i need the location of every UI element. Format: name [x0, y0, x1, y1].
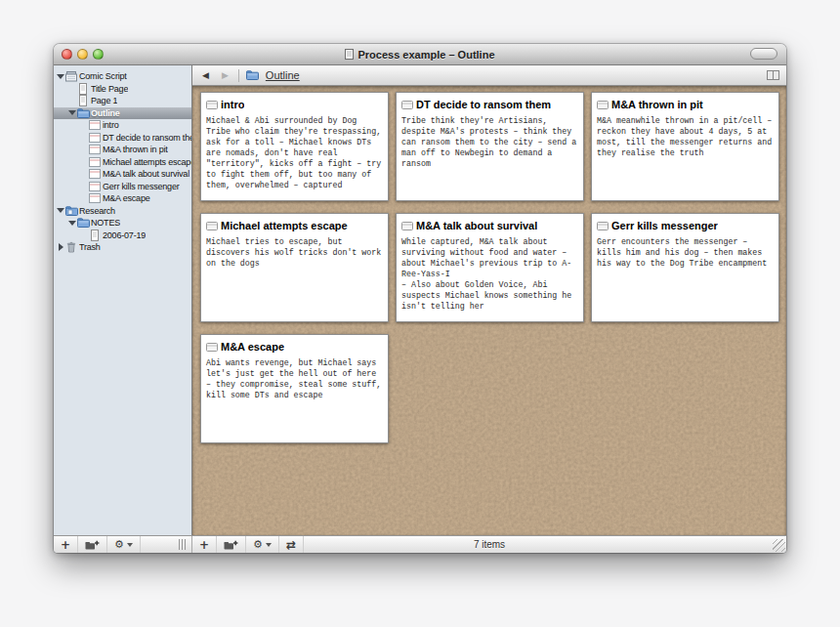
gear-icon: ⚙ [114, 539, 124, 550]
card-status-icon [206, 217, 218, 234]
card-title: Gerr kills messenger [611, 220, 718, 231]
card-synopsis: Abi wants revenge, but Michael says let'… [206, 357, 383, 400]
binder-item-trash[interactable]: Trash [54, 241, 191, 254]
forward-button[interactable]: ▶ [219, 70, 231, 81]
card-status-icon [597, 96, 609, 113]
trash-icon [65, 241, 79, 253]
window-resize-grip[interactable] [773, 539, 785, 552]
editor-header-bar: ◀ ▶ Outline [192, 65, 786, 86]
folder-plus-icon [85, 540, 100, 550]
disclosure-triangle-icon[interactable] [68, 221, 76, 226]
card-title: M&A talk about survival [416, 220, 537, 231]
binder-item-ma-thrown-in-pit[interactable]: M&A thrown in pit [54, 144, 191, 156]
binder-item-gerr-kills-messenger[interactable]: Gerr kills messenger [54, 181, 191, 193]
document-proxy-icon [345, 49, 354, 60]
index-card-ma-escape[interactable]: M&A escape Abi wants revenge, but Michae… [200, 334, 389, 443]
binder-item-label: M&A talk about survival [103, 169, 189, 179]
sidebar-resize-handle[interactable] [179, 539, 188, 550]
disclosure-triangle-icon[interactable] [59, 243, 63, 251]
add-folder-button-editor[interactable] [217, 536, 246, 553]
add-item-button[interactable]: + [54, 536, 78, 553]
title-bar[interactable]: Process example – Outline [54, 44, 786, 65]
binder-item-title-page[interactable]: Title Page [54, 83, 191, 96]
back-button[interactable]: ◀ [199, 70, 212, 81]
binder-item-label: Page 1 [91, 96, 117, 105]
card-title: DT decide to ransom them [416, 99, 551, 110]
index-card-icon [89, 145, 103, 154]
app-window: Process example – Outline Comic Script T… [54, 44, 786, 553]
binder-item-label: M&A thrown in pit [103, 145, 168, 154]
disclosure-triangle-icon[interactable] [57, 208, 64, 213]
binder-item-intro[interactable]: intro [54, 119, 191, 132]
index-card-icon [89, 182, 103, 191]
folder-icon [77, 218, 91, 228]
disclosure-triangle-icon[interactable] [57, 74, 64, 79]
binder-item-outline-selected[interactable]: Outline [54, 107, 191, 120]
binder-item-label: Title Page [91, 84, 128, 94]
index-card-intro[interactable]: intro Michael & Abi surrounded by Dog Tr… [200, 92, 389, 201]
close-button[interactable] [62, 49, 72, 60]
binder-item-notes[interactable]: NOTES [54, 217, 191, 230]
binder-sidebar[interactable]: Comic Script Title Page Page 1 Outline [54, 65, 192, 535]
binder-item-ma-talk-about-survival[interactable]: M&A talk about survival [54, 168, 191, 181]
index-card-icon [89, 157, 103, 167]
binder-item-label: Research [79, 206, 115, 216]
binder-item-michael-attempts-escape[interactable]: Michael attempts escape [54, 156, 191, 169]
split-view-icon[interactable] [767, 66, 779, 84]
binder-item-label: NOTES [91, 218, 120, 228]
action-menu-button[interactable]: ⚙ [107, 536, 141, 553]
card-status-icon [597, 217, 609, 234]
disclosure-triangle-icon[interactable] [68, 110, 76, 115]
binder-item-comic-script[interactable]: Comic Script [54, 70, 191, 83]
binder-item-label: Trash [79, 242, 101, 252]
binder-item-ma-escape[interactable]: M&A escape [54, 192, 191, 205]
binder-item-label: intro [103, 120, 119, 130]
research-folder-icon [65, 206, 79, 216]
document-icon [89, 230, 103, 241]
header-path-link[interactable]: Outline [266, 69, 300, 81]
index-card-icon [89, 169, 103, 179]
card-synopsis: While captured, M&A talk about surviving… [401, 236, 578, 312]
card-status-icon [206, 96, 218, 113]
plus-icon: + [61, 539, 70, 551]
folder-icon [77, 108, 91, 118]
binder-item-label: M&A escape [103, 193, 150, 203]
index-card-icon [89, 120, 103, 130]
chevron-down-icon [266, 543, 272, 547]
binder-item-label: 2006-07-19 [103, 230, 146, 240]
add-card-button[interactable]: + [192, 536, 217, 553]
binder-item-page-1[interactable]: Page 1 [54, 95, 191, 107]
binder-item-dt-decide[interactable]: DT decide to ransom the [54, 132, 191, 145]
card-status-icon [401, 217, 413, 234]
traffic-lights [62, 49, 104, 60]
corkboard[interactable]: intro Michael & Abi surrounded by Dog Tr… [192, 86, 786, 535]
index-card-icon [89, 133, 103, 143]
card-title: M&A escape [221, 341, 284, 353]
index-card-ma-talk-about-survival[interactable]: M&A talk about survival While captured, … [396, 213, 584, 322]
binder-item-label: Outline [91, 108, 120, 118]
index-card-gerr-kills-messenger[interactable]: Gerr kills messenger Gerr encounters the… [591, 213, 779, 322]
editor-footer: + ⚙ ⇄ 7 items [192, 536, 786, 553]
toolbar-toggle-lozenge[interactable] [750, 48, 777, 60]
action-menu-button-editor[interactable]: ⚙ [246, 536, 279, 553]
folder-icon [246, 66, 259, 84]
item-count-status: 7 items [474, 539, 505, 550]
zoom-button[interactable] [93, 49, 104, 60]
binder-item-label: Comic Script [79, 71, 127, 81]
binder-item-research[interactable]: Research [54, 205, 191, 218]
plus-icon: + [199, 539, 209, 551]
sync-button[interactable]: ⇄ [279, 536, 304, 553]
sync-arrows-icon: ⇄ [286, 539, 296, 551]
binder-item-2006-07-19[interactable]: 2006-07-19 [54, 230, 191, 242]
add-folder-button[interactable] [78, 536, 107, 553]
minimize-button[interactable] [77, 49, 88, 60]
card-synopsis: Tribe think they're Artisians, despite M… [401, 115, 578, 169]
index-card-ma-thrown-in-pit[interactable]: M&A thrown in pit M&A meanwhile thrown i… [591, 92, 779, 201]
card-synopsis: Michael tries to escape, but discovers h… [206, 236, 383, 269]
card-status-icon [206, 338, 218, 355]
header-separator [238, 69, 239, 82]
window-title-area: Process example – Outline [54, 44, 786, 64]
index-card-dt-decide[interactable]: DT decide to ransom them Tribe think the… [396, 92, 584, 201]
binder-item-label: DT decide to ransom the [103, 133, 191, 143]
index-card-michael-attempts-escape[interactable]: Michael attempts escape Michael tries to… [200, 213, 389, 322]
